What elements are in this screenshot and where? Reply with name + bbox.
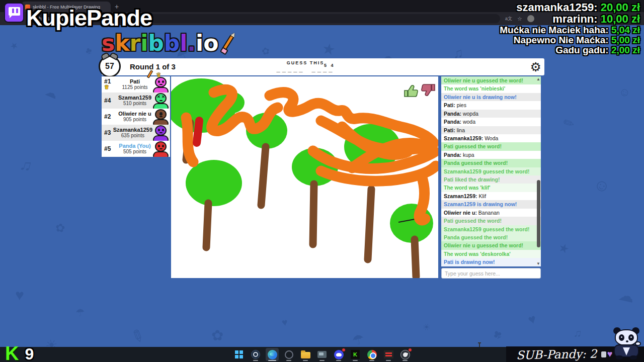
chat-system-message: Oliwier nie u is drawing now! (441, 93, 541, 101)
donation-amount: 20,00 zł (601, 1, 640, 14)
background-doodle-icon: ✎ (560, 114, 577, 133)
player-points: 905 points (117, 117, 152, 122)
chat-scroll-down-icon[interactable]: ▼ (536, 261, 540, 266)
chat-system-message: Szaman1259 is drawing now! (441, 200, 541, 208)
background-doodle-icon: ☂ (75, 306, 86, 319)
background-doodle-icon: ✿ (211, 327, 224, 344)
taskbar-icon-microsoft-edge[interactable] (266, 348, 279, 361)
drawing-canvas[interactable] (171, 76, 438, 278)
taskbar-icon-obs-studio[interactable] (398, 348, 412, 361)
background-doodle-icon: ★ (556, 240, 572, 257)
word-hint: GUESS THIS _________ 5 4 (172, 58, 439, 75)
taskbar-icon-steam[interactable] (249, 348, 262, 361)
background-doodle-icon: ☁ (43, 83, 60, 102)
player-avatar: ♛ (152, 77, 170, 93)
chat-system-message: Pati liked the drawing! (441, 175, 541, 184)
chat-messages: ▲ ▼ Oliwier nie u guessed the word!The w… (441, 76, 541, 266)
player-row[interactable]: #1♛Pati1125 points♛ (102, 76, 170, 93)
panda-mascot (611, 327, 642, 359)
taskbar-icon-file-explorer[interactable] (299, 348, 312, 361)
player-points: 1125 points (117, 84, 152, 90)
hint-letter-counts: 5 4 (324, 63, 335, 68)
player-row[interactable]: #2Oliwier nie u905 points (102, 109, 170, 125)
thumbs-up-icon (405, 85, 418, 97)
logo-letter: b (164, 32, 180, 54)
player-avatar (152, 125, 170, 141)
player-row[interactable]: #3Szamanka1259635 points (102, 125, 170, 141)
chat-message: Szaman1259: Klif (441, 192, 541, 200)
logo-letter: r (129, 32, 140, 54)
logo-letter: b (148, 32, 164, 54)
chat-system-message: Szamanka1259 guessed the word! (441, 225, 541, 233)
taskbar-icon-discord[interactable] (332, 348, 345, 361)
timer-clock: 57 (99, 55, 121, 77)
background-doodle-icon: ☀ (421, 321, 432, 334)
background-doodle-icon: ☁ (617, 285, 636, 307)
notification-badge (408, 348, 412, 352)
chat-scrollbar-thumb[interactable] (537, 180, 540, 247)
player-points: 505 points (117, 149, 152, 154)
taskbar-icon-chat-app[interactable] (315, 348, 329, 361)
donation-amount: 5,00 zł (611, 35, 640, 45)
chat-system-message: Pati guessed the word! (441, 217, 541, 225)
logo-letter: o (203, 32, 218, 54)
donor-name: Mućka nie Maciek haha: (500, 25, 611, 35)
player-name: Szamanka1259 (113, 127, 152, 133)
background-doodle-icon: ★ (8, 39, 21, 52)
player-name: Oliwier nie u (117, 111, 152, 117)
notification-badge (342, 348, 346, 352)
chat-system-message: The word was 'klif' (441, 184, 541, 192)
donation-entry: Napewno Nie Maćka: 5,00 zł (500, 35, 640, 45)
donor-name: mrarinn: (552, 13, 600, 25)
player-points: 510 points (117, 101, 152, 106)
chat-message: Pati: lina (441, 126, 541, 134)
chat-message: Panda: kupa (441, 151, 541, 159)
player-rank: #2 (104, 114, 117, 120)
game-header: 57 Round 1 of 3 GUESS THIS _________ 5 4… (102, 58, 544, 75)
background-doodle-icon: ✿ (261, 45, 271, 58)
background-doodle-icon: ♥ (526, 311, 538, 328)
hint-blanks: _________ (172, 65, 439, 73)
background-doodle-icon: ♫ (18, 154, 34, 175)
donation-entry: Mućka nie Maciek haha: 5,04 zł (500, 25, 640, 35)
donation-entry: mrarinn: 10,00 zł (500, 14, 640, 25)
donor-name: szamanka1259: (516, 1, 601, 14)
donation-entry: szamanka1259: 20,00 zł (500, 2, 640, 13)
background-doodle-icon: ☂ (350, 330, 366, 349)
donation-list: szamanka1259: 20,00 złmrarinn: 10,00 złM… (500, 2, 640, 55)
chat-system-message: The word was 'niebieski' (441, 84, 541, 93)
skribbl-logo: skribbl.io (102, 28, 236, 54)
taskbar-icon-kick[interactable]: K (349, 348, 362, 361)
background-doodle-icon: ♣ (490, 326, 504, 342)
taskbar-icon-windows-start[interactable] (232, 348, 246, 361)
logo-letter: . (187, 32, 196, 54)
guess-input[interactable] (441, 268, 541, 279)
chat-system-message: Pati is drawing now! (441, 258, 541, 266)
chat-system-message: The word was 'deskorolka' (441, 250, 541, 258)
logo-letter: i (196, 32, 203, 54)
logo-letter: s (102, 32, 115, 54)
kick-logo-icon: K (5, 345, 19, 361)
player-row[interactable]: #4Szaman1259510 points✕✕ (102, 93, 170, 109)
settings-gear-icon[interactable]: ⚙ (530, 59, 541, 75)
drawing (171, 76, 438, 278)
sub-gift-icon (601, 351, 606, 357)
chat-system-message: Pati guessed the word! (441, 142, 541, 150)
taskbar-icon-voicemeeter[interactable] (382, 348, 395, 361)
chat-scroll-up-icon[interactable]: ▲ (536, 77, 540, 81)
player-avatar (152, 109, 170, 125)
thumbs-down-icon (422, 84, 435, 96)
background-doodle-icon: ★ (320, 39, 337, 59)
taskbar-icon-chrome[interactable] (365, 348, 378, 361)
donation-amount: 2,00 zł (611, 45, 640, 55)
chat-system-message: Szamanka1259 guessed the word! (441, 167, 541, 175)
taskbar-icon-ring-app[interactable] (282, 348, 295, 361)
logo-letter: l (180, 32, 187, 54)
player-row[interactable]: #5Panda (You)505 points (102, 141, 170, 157)
chat-panel: ▲ ▼ Oliwier nie u guessed the word!The w… (441, 76, 541, 279)
stream-brand-text: KupiePande (26, 5, 152, 31)
player-rank: #3 (104, 130, 113, 136)
viewer-count: 9 (25, 347, 34, 361)
logo-pencil-icon (222, 35, 235, 52)
background-doodle-icon: ☺ (617, 84, 632, 101)
